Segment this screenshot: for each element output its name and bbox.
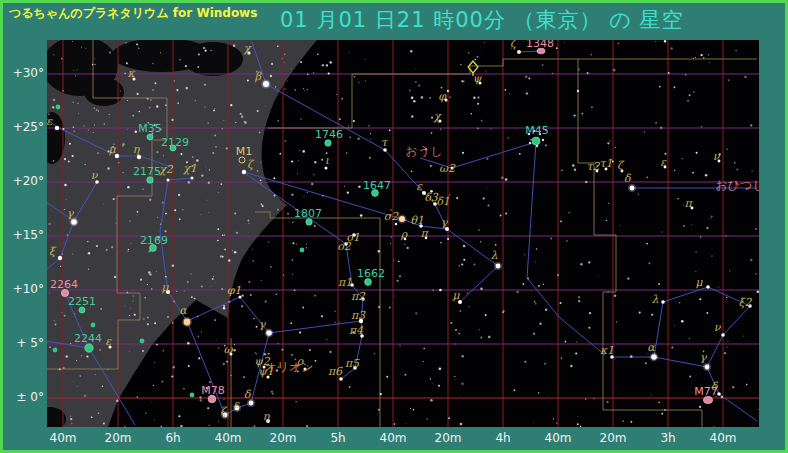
cluster-marker-small[interactable] (91, 323, 96, 328)
field-star (439, 368, 442, 371)
field-star (64, 315, 66, 317)
star-chart[interactable]: κεμηνγξχ1χ2χβζιτεδ3δ1σ2θ1γρπλμο1ο2ψφχω2μ… (47, 40, 759, 427)
field-star (223, 305, 225, 307)
cluster-marker-small[interactable] (300, 248, 305, 253)
named-star[interactable] (184, 319, 191, 326)
field-star (291, 259, 293, 261)
named-star[interactable] (529, 142, 531, 144)
field-star (430, 378, 431, 379)
named-star[interactable] (630, 186, 635, 191)
cluster-marker[interactable] (85, 344, 93, 352)
field-star (64, 158, 66, 160)
cluster-marker-small[interactable] (140, 339, 145, 344)
field-star (137, 215, 138, 216)
field-star (49, 293, 50, 294)
named-star[interactable] (58, 256, 62, 260)
field-star (257, 170, 259, 172)
named-star[interactable] (55, 126, 59, 130)
field-star (710, 218, 711, 219)
field-star (198, 357, 200, 359)
named-star[interactable] (263, 81, 269, 87)
named-star[interactable] (651, 354, 657, 360)
field-star (66, 199, 67, 200)
field-star (212, 278, 214, 280)
field-star (473, 97, 475, 99)
cluster-marker[interactable] (532, 137, 540, 145)
field-star (415, 81, 416, 82)
named-star[interactable] (661, 300, 665, 304)
ra-axis-label: 3h (648, 431, 688, 445)
field-star (542, 64, 544, 66)
field-star (177, 102, 179, 104)
named-star[interactable] (191, 177, 194, 180)
named-star[interactable] (517, 50, 521, 54)
cluster-marker-small[interactable] (53, 348, 58, 353)
named-star[interactable] (721, 333, 725, 337)
star-greek-label: φ1 (227, 284, 242, 297)
field-star (72, 254, 73, 255)
named-star[interactable] (167, 179, 170, 182)
field-star (468, 306, 469, 307)
field-star (142, 188, 143, 189)
field-star (94, 64, 95, 65)
named-star[interactable] (71, 219, 77, 225)
field-star (204, 106, 205, 107)
field-star (284, 53, 286, 55)
field-star (335, 322, 336, 323)
field-star (668, 72, 670, 74)
field-star (92, 64, 94, 66)
named-star[interactable] (249, 401, 254, 406)
field-star (152, 63, 154, 65)
field-star (306, 89, 307, 90)
named-star[interactable] (242, 170, 246, 174)
star-greek-label: τ (381, 136, 389, 149)
field-star (77, 103, 78, 104)
field-star (214, 108, 215, 109)
field-star (358, 185, 361, 188)
field-star (364, 58, 365, 59)
cluster-marker-small[interactable] (56, 105, 61, 110)
named-star[interactable] (395, 223, 398, 226)
field-star (743, 336, 744, 337)
field-star (53, 99, 55, 101)
field-star (314, 295, 316, 297)
named-star[interactable] (399, 216, 405, 222)
field-star (298, 160, 299, 161)
field-star (256, 326, 258, 328)
named-star[interactable] (542, 139, 544, 141)
field-star (514, 389, 516, 391)
field-star (206, 167, 207, 168)
field-star (430, 165, 432, 167)
field-star (214, 134, 216, 136)
field-star (685, 74, 686, 75)
dso-label: 1348 (526, 40, 554, 50)
named-star[interactable] (266, 330, 272, 336)
star-chart-svg[interactable]: κεμηνγξχ1χ2χβζιτεδ3δ1σ2θ1γρπλμο1ο2ψφχω2μ… (47, 40, 759, 427)
field-star (275, 86, 276, 87)
field-star (339, 118, 341, 120)
field-star (86, 355, 88, 357)
dso-label: M77 (694, 385, 718, 398)
field-star (560, 220, 562, 222)
field-star (265, 300, 267, 302)
field-star (103, 422, 105, 424)
field-star (127, 186, 129, 188)
field-star (210, 286, 211, 287)
dso-label: M35 (138, 122, 162, 135)
named-star[interactable] (496, 264, 501, 269)
field-star (483, 197, 485, 199)
named-star[interactable] (706, 285, 710, 289)
field-star (250, 294, 252, 296)
field-star (708, 54, 709, 55)
field-star (620, 225, 621, 226)
field-star (378, 306, 381, 309)
field-star (122, 143, 124, 145)
field-star (198, 336, 200, 338)
field-star (501, 177, 503, 179)
field-star (369, 157, 371, 159)
field-star (543, 284, 544, 285)
cluster-marker-small[interactable] (190, 393, 195, 398)
named-star[interactable] (705, 365, 710, 370)
field-star (706, 227, 708, 229)
ra-axis-label: 6h (153, 431, 193, 445)
